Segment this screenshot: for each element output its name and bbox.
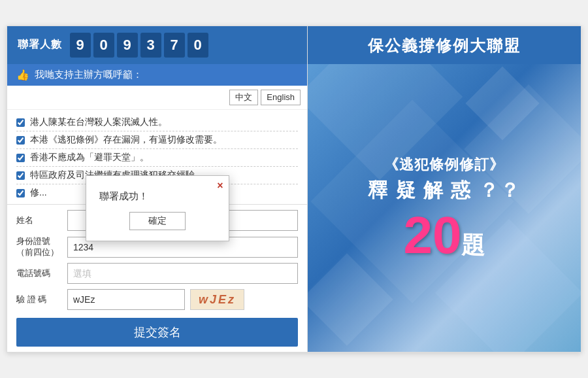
poster-content: 《逃犯條例修訂》 釋 疑 解 惑 ？？ 20 題 — [368, 155, 520, 262]
counter-label: 聯署人數 — [18, 38, 62, 52]
dialog-confirm-row: 確定 — [99, 212, 216, 230]
digit: 0 — [188, 33, 208, 58]
right-panel: 保公義撐修例大聯盟 《逃犯條例修訂》 釋 疑 解 惑 ？？ 20 題 — [308, 26, 581, 352]
poster-number-row: 20 題 — [368, 209, 520, 262]
digit: 0 — [93, 33, 114, 58]
dialog-confirm-button[interactable]: 確定 — [129, 212, 186, 230]
right-poster: 《逃犯條例修訂》 釋 疑 解 惑 ？？ 20 題 — [308, 64, 581, 352]
right-header: 保公義撐修例大聯盟 — [308, 26, 581, 64]
poster-title-line1: 《逃犯條例修訂》 — [368, 155, 520, 175]
poster-unit: 題 — [461, 230, 485, 262]
dialog-message: 聯署成功！ — [99, 190, 216, 203]
digit: 7 — [164, 33, 185, 58]
counter-digits: 909370 — [70, 33, 208, 58]
counter-bar: 聯署人數 909370 — [7, 26, 307, 64]
digit: 9 — [117, 33, 138, 58]
dialog-close-button[interactable]: × — [217, 180, 223, 192]
poster-number: 20 — [404, 209, 462, 262]
dialog-box: × 聯署成功！ 確定 — [86, 175, 229, 241]
dialog-overlay: × 聯署成功！ 確定 — [7, 64, 307, 352]
digit: 3 — [140, 33, 161, 58]
poster-title-line2: 釋 疑 解 惑 ？？ — [368, 177, 520, 204]
digit: 9 — [70, 33, 91, 58]
